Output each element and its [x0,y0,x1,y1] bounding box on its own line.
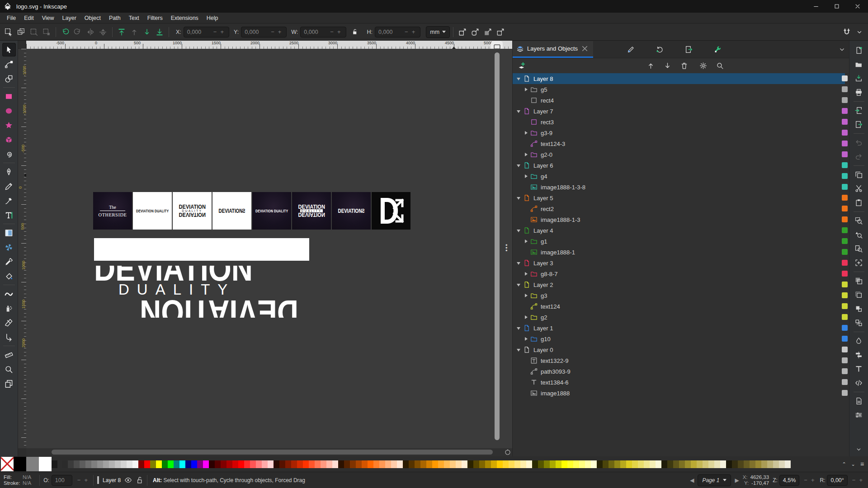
highlight-color-tag[interactable] [842,368,848,374]
move-down-button[interactable] [661,60,673,71]
color-swatch[interactable] [80,460,85,468]
color-swatch[interactable] [179,460,185,468]
current-layer-name[interactable]: Layer 8 [103,477,121,483]
panel-collapse-button[interactable] [836,43,848,55]
menu-edit[interactable]: Edit [20,14,38,23]
expander-icon[interactable] [524,272,528,277]
color-swatch[interactable] [614,460,620,468]
color-swatch[interactable] [326,460,332,468]
close-button[interactable] [847,0,868,13]
color-swatch[interactable] [485,460,491,468]
color-swatch[interactable] [673,460,679,468]
color-swatch[interactable] [127,460,132,468]
highlight-color-tag[interactable] [842,379,848,385]
expander-icon[interactable] [524,152,528,157]
color-swatch[interactable] [315,460,321,468]
rectangle-tool[interactable] [2,89,16,103]
object-row-image1888-1-3[interactable]: image1888-1-3 [513,214,849,225]
color-swatch[interactable] [397,460,403,468]
color-swatch[interactable] [132,460,138,468]
align-button[interactable] [853,349,865,361]
color-swatch[interactable] [244,460,250,468]
object-row-g3-9[interactable]: g3-9 [513,127,849,138]
highlight-color-tag[interactable] [842,249,848,255]
opacity-decrease[interactable]: − [75,477,83,483]
color-swatch[interactable] [332,460,338,468]
color-swatch[interactable] [509,460,514,468]
color-swatch[interactable] [691,460,697,468]
color-swatch[interactable] [74,460,80,468]
color-swatch[interactable] [656,460,661,468]
highlight-color-tag[interactable] [842,216,848,222]
horizontal-ruler[interactable]: -500050010001500200025003000350040004500… [26,41,512,49]
panel-splitter[interactable]: ••• [502,49,512,448]
highlight-color-tag[interactable] [842,238,848,244]
field-input[interactable]: 0,000−+ [241,27,287,38]
xml-editor-button[interactable] [853,377,865,389]
horizontal-scrollbar[interactable] [26,448,512,456]
object-row-g1[interactable]: g1 [513,236,849,247]
highlight-color-tag[interactable] [842,97,848,103]
layer-row-layer 7[interactable]: Layer 7 [513,106,845,117]
color-swatch[interactable] [732,460,738,468]
expander-icon[interactable] [516,228,521,233]
menu-file[interactable]: File [3,14,20,23]
minimize-button[interactable] [806,0,826,13]
expander-icon[interactable] [524,131,528,136]
decrease[interactable]: − [403,28,410,35]
layer-row-layer 5[interactable]: Layer 5 [513,192,845,203]
highlight-color-tag[interactable] [842,195,848,201]
color-swatch[interactable] [350,460,356,468]
color-swatch[interactable] [603,460,609,468]
color-swatch[interactable] [191,460,197,468]
layer-row-layer 3[interactable]: Layer 3 [513,258,845,268]
highlight-color-tag[interactable] [842,184,848,190]
color-swatch[interactable] [779,460,785,468]
color-swatch[interactable] [444,460,450,468]
move-up-button[interactable] [645,60,656,71]
close-icon[interactable] [581,45,589,52]
scale-corners-button[interactable] [469,26,481,38]
decrease[interactable]: − [328,28,335,35]
layer-settings-button[interactable] [697,60,709,71]
expander-icon[interactable] [524,337,528,342]
gradient-tool[interactable] [2,226,16,239]
paste-button[interactable] [853,197,865,209]
color-swatch[interactable] [550,460,556,468]
highlight-color-tag[interactable] [842,151,848,157]
color-swatch[interactable] [156,460,162,468]
field-input[interactable]: 0,000−+ [184,27,229,38]
color-swatch[interactable] [456,460,462,468]
duplicate-button[interactable] [853,275,865,287]
color-swatch[interactable] [285,460,291,468]
color-swatch[interactable] [409,460,415,468]
pages-tool[interactable] [2,377,16,390]
expander-icon[interactable] [516,347,521,352]
zoom-decrease[interactable]: − [802,477,809,483]
color-swatch[interactable] [497,460,503,468]
calligraphy-tool[interactable] [2,194,16,207]
object-row-image1888-1[interactable]: image1888-1 [513,247,849,258]
object-row-g2[interactable]: g2 [513,312,849,323]
color-swatch[interactable] [632,460,638,468]
color-swatch[interactable] [767,460,773,468]
color-swatch[interactable] [579,460,585,468]
color-swatch[interactable] [667,460,673,468]
color-swatch[interactable] [238,460,244,468]
next-page-button[interactable]: ▶ [735,477,739,483]
color-swatch[interactable] [544,460,550,468]
deselect-button[interactable] [28,26,40,38]
color-swatch[interactable] [703,460,708,468]
preferences-dialog-button[interactable] [712,43,723,55]
color-swatch[interactable] [520,460,526,468]
preferences-button[interactable] [853,409,865,422]
color-swatch[interactable] [714,460,720,468]
object-row-image1888[interactable]: image1888 [513,388,849,399]
expander-icon[interactable] [516,282,521,287]
color-swatch[interactable] [356,460,362,468]
select-all-button[interactable] [3,26,14,38]
highlight-color-tag[interactable] [842,75,848,81]
box3d-tool[interactable] [2,133,16,146]
highlight-color-tag[interactable] [842,206,848,211]
undo-button[interactable] [853,136,865,149]
